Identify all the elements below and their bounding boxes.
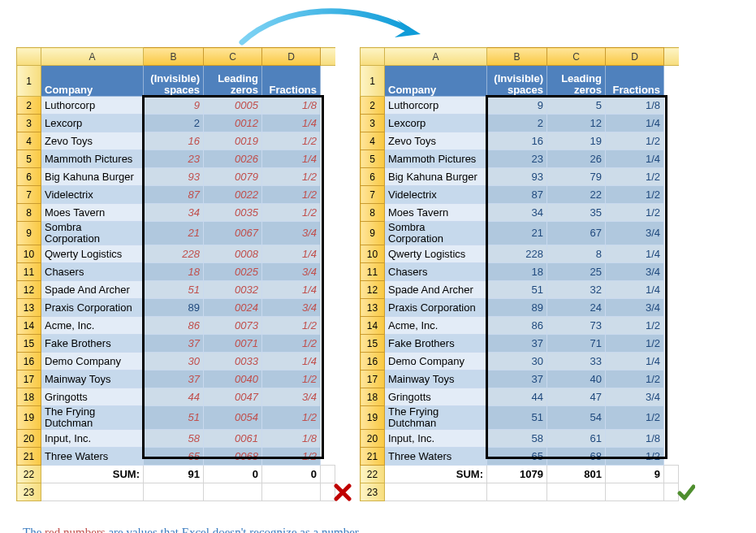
cell-value[interactable]: 44 (487, 388, 547, 406)
cell[interactable] (321, 299, 335, 317)
cell-company[interactable]: Zevo Toys (385, 132, 487, 150)
row-header[interactable]: 23 (361, 483, 385, 501)
col-header-b[interactable]: B (487, 48, 547, 66)
cell-company[interactable]: Gringotts (41, 388, 144, 406)
col-header-e[interactable] (664, 48, 679, 66)
row-header[interactable]: 19 (361, 406, 385, 430)
cell-company[interactable]: Chasers (41, 263, 144, 281)
row-header[interactable]: 1 (17, 66, 41, 97)
cell[interactable] (664, 66, 679, 97)
cell-value[interactable]: 51 (144, 281, 204, 299)
row-header[interactable]: 22 (361, 466, 385, 483)
cell[interactable] (321, 204, 335, 222)
cell-value[interactable]: 0073 (204, 317, 262, 335)
cell-value[interactable]: 73 (547, 317, 606, 335)
cell-value[interactable]: 0025 (204, 263, 262, 281)
cell-value[interactable]: 0047 (204, 388, 262, 406)
cell-value[interactable]: 0035 (204, 204, 262, 222)
sum-value[interactable]: 0 (204, 466, 262, 483)
row-header[interactable]: 13 (17, 299, 41, 317)
cell-value[interactable]: 89 (487, 299, 547, 317)
cell-value[interactable]: 1/2 (262, 168, 321, 186)
cell-value[interactable]: 1/8 (606, 97, 664, 115)
cell-company[interactable]: Lexcorp (41, 115, 144, 132)
cell[interactable] (321, 186, 335, 204)
cell-company[interactable]: Big Kahuna Burger (385, 168, 487, 186)
cell[interactable] (664, 263, 679, 281)
cell-value[interactable]: 1/2 (606, 204, 664, 222)
row-header[interactable]: 15 (17, 335, 41, 353)
cell[interactable] (321, 97, 335, 115)
cell[interactable] (664, 204, 679, 222)
cell[interactable] (321, 245, 335, 263)
cell-value[interactable]: 1/2 (262, 448, 321, 466)
cell-value[interactable]: 0022 (204, 186, 262, 204)
cell-value[interactable]: 51 (487, 281, 547, 299)
row-header[interactable]: 5 (361, 150, 385, 168)
cell-company[interactable]: Praxis Corporation (385, 299, 487, 317)
row-header[interactable]: 8 (361, 204, 385, 222)
cell-value[interactable]: 1/2 (606, 132, 664, 150)
cell-value[interactable]: 0012 (204, 115, 262, 132)
cell[interactable] (385, 483, 487, 501)
cell[interactable] (664, 168, 679, 186)
cell[interactable] (664, 132, 679, 150)
cell[interactable] (321, 370, 335, 388)
cell-value[interactable]: 1/2 (606, 317, 664, 335)
row-header[interactable]: 2 (17, 97, 41, 115)
cell-value[interactable]: 1/4 (606, 281, 664, 299)
cell-value[interactable]: 18 (144, 263, 204, 281)
cell-company[interactable]: Acme, Inc. (41, 317, 144, 335)
cell-value[interactable]: 22 (547, 186, 606, 204)
cell[interactable] (547, 483, 606, 501)
cell-value[interactable]: 18 (487, 263, 547, 281)
cell-company[interactable]: Acme, Inc. (385, 317, 487, 335)
cell[interactable] (144, 483, 204, 501)
row-header[interactable]: 4 (361, 132, 385, 150)
cell[interactable] (321, 132, 335, 150)
cell-value[interactable]: 1/8 (606, 430, 664, 448)
cell-value[interactable]: 1/2 (606, 186, 664, 204)
row-header[interactable]: 11 (17, 263, 41, 281)
cell-value[interactable]: 51 (487, 406, 547, 430)
row-header[interactable]: 21 (17, 448, 41, 466)
row-header[interactable]: 9 (17, 222, 41, 245)
cell-value[interactable]: 0019 (204, 132, 262, 150)
col-header-a[interactable]: A (41, 48, 144, 66)
sum-value[interactable]: 0 (262, 466, 321, 483)
cell-value[interactable]: 1/4 (606, 245, 664, 263)
cell-value[interactable]: 54 (547, 406, 606, 430)
cell-company[interactable]: Mainway Toys (385, 370, 487, 388)
cell-company[interactable]: Spade And Archer (385, 281, 487, 299)
cell-company[interactable]: Input, Inc. (385, 430, 487, 448)
cell-value[interactable]: 26 (547, 150, 606, 168)
cell[interactable] (664, 150, 679, 168)
cell-company[interactable]: Mainway Toys (41, 370, 144, 388)
cell[interactable] (321, 115, 335, 132)
cell[interactable] (321, 406, 335, 430)
row-header[interactable]: 17 (17, 370, 41, 388)
cell-value[interactable]: 1/2 (262, 186, 321, 204)
cell-value[interactable]: 23 (144, 150, 204, 168)
cell-value[interactable]: 1/2 (606, 406, 664, 430)
cell-company[interactable]: Luthorcorp (385, 97, 487, 115)
cell-company[interactable]: The Frying Dutchman (41, 406, 144, 430)
cell-company[interactable]: Moes Tavern (385, 204, 487, 222)
cell-value[interactable]: 37 (487, 370, 547, 388)
cell-value[interactable]: 24 (547, 299, 606, 317)
row-header[interactable]: 3 (361, 115, 385, 132)
cell-company[interactable]: Qwerty Logistics (41, 245, 144, 263)
cell-value[interactable]: 3/4 (606, 263, 664, 281)
cell[interactable] (664, 281, 679, 299)
cell-company[interactable]: Three Waters (41, 448, 144, 466)
row-header[interactable]: 20 (17, 430, 41, 448)
cell-company[interactable]: Sombra Corporation (385, 222, 487, 245)
cell-company[interactable]: Three Waters (385, 448, 487, 466)
header-spaces[interactable]: (Invisible)spaces (487, 66, 547, 97)
cell[interactable] (321, 317, 335, 335)
cell-value[interactable]: 1/2 (606, 370, 664, 388)
col-header-d[interactable]: D (606, 48, 664, 66)
cell-value[interactable]: 89 (144, 299, 204, 317)
row-header[interactable]: 2 (361, 97, 385, 115)
cell-value[interactable]: 40 (547, 370, 606, 388)
